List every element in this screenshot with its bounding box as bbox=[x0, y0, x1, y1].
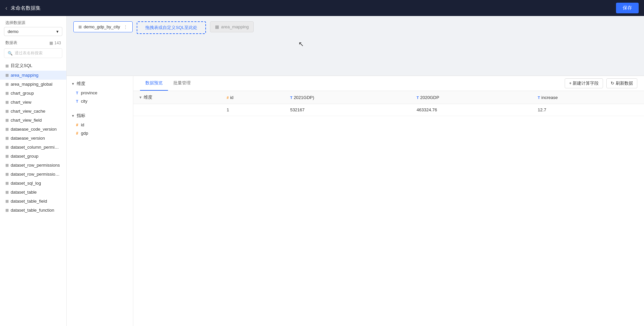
sidebar-item-chart_group[interactable]: ▦chart_group bbox=[0, 89, 66, 98]
dim-panel: ▼维度TprovinceTcity▼指标#id#gdp bbox=[67, 76, 133, 326]
tab-data-preview[interactable]: 数据预览 bbox=[140, 76, 168, 91]
drop-zone[interactable]: 拖拽表或自定义SQL至此处 bbox=[137, 21, 206, 34]
dim-field-province[interactable]: Tprovince bbox=[67, 89, 133, 97]
sidebar-item-chart_view_field[interactable]: ▦chart_view_field bbox=[0, 116, 66, 125]
new-field-label: + 新建计算字段 bbox=[569, 80, 599, 86]
col-header-id: #id bbox=[221, 91, 285, 104]
sidebar-item-label: dataset_table_function bbox=[11, 208, 54, 213]
field-name: city bbox=[81, 99, 88, 104]
sidebar-item-label: chart_view_cache bbox=[11, 109, 45, 114]
type-badge: T bbox=[76, 91, 78, 95]
table-icon: ▦ bbox=[5, 127, 9, 131]
table-node-label: demo_gdp_by_city bbox=[84, 24, 120, 29]
preview-area: 数据预览批量管理 + 新建计算字段 ↻ 刷新数据 ▼ 维度#idT2021GDP… bbox=[133, 76, 644, 326]
col-name: 2020GDP bbox=[420, 95, 439, 100]
drop-zone-label: 拖拽表或自定义SQL至此处 bbox=[145, 25, 197, 31]
table-icon: ▦ bbox=[5, 118, 9, 122]
table-icon: ▦ bbox=[5, 172, 9, 176]
tab-batch-manage[interactable]: 批量管理 bbox=[168, 76, 196, 91]
sidebar-item-dataease_version[interactable]: ▦dataease_version bbox=[0, 134, 66, 143]
table-node-area-mapping[interactable]: ▦ area_mapping bbox=[210, 21, 254, 32]
save-button[interactable]: 保存 bbox=[616, 3, 639, 13]
bottom-panel: ▼维度TprovinceTcity▼指标#id#gdp 数据预览批量管理 + 新… bbox=[67, 76, 644, 326]
type-badge: # bbox=[76, 123, 78, 127]
area-mapping-icon: ▦ bbox=[215, 24, 219, 29]
sidebar-item-label: 目定义SQL bbox=[11, 63, 32, 69]
dim-section: ▼维度TprovinceTcity bbox=[67, 76, 133, 108]
sidebar-item-dataset_table_function[interactable]: ▦dataset_table_function bbox=[0, 206, 66, 215]
sidebar-item-dataset_column_permiss[interactable]: ▦dataset_column_permiss... bbox=[0, 143, 66, 152]
col-header-dim: ▼ 维度 bbox=[133, 91, 221, 104]
dim-section-header[interactable]: ▼维度 bbox=[67, 79, 133, 89]
dim-field-city[interactable]: Tcity bbox=[67, 97, 133, 105]
sidebar-item-dataease_code_version[interactable]: ▦dataease_code_version bbox=[0, 125, 66, 134]
topbar: ‹ 未命名数据集 保存 bbox=[0, 0, 644, 16]
field-name: gdp bbox=[81, 131, 88, 136]
new-field-button[interactable]: + 新建计算字段 bbox=[565, 78, 603, 88]
sidebar-item-label: dataease_code_version bbox=[11, 127, 57, 132]
refresh-label: ↻ 刷新数据 bbox=[611, 80, 633, 86]
sidebar-item-chart_view[interactable]: ▦chart_view bbox=[0, 98, 66, 107]
table-icon: ▦ bbox=[5, 163, 9, 167]
type-badge: # bbox=[76, 131, 78, 136]
col-icon: # bbox=[227, 96, 229, 100]
table-icon: ▦ bbox=[5, 208, 9, 212]
sidebar-item-label: chart_view bbox=[11, 100, 31, 105]
table-icon: ▦ bbox=[5, 91, 9, 95]
table-icon: ▦ bbox=[5, 199, 9, 203]
type-badge: T bbox=[76, 99, 78, 103]
sidebar-item-label: chart_view_field bbox=[11, 118, 42, 123]
table-icon: ▦ bbox=[5, 109, 9, 113]
tab-actions: + 新建计算字段 ↻ 刷新数据 bbox=[565, 78, 637, 88]
metric-field-id[interactable]: #id bbox=[67, 121, 133, 129]
node-menu-icon[interactable]: ⋮ bbox=[123, 24, 128, 29]
sidebar-item-custom-sql[interactable]: ▦目定义SQL bbox=[0, 61, 66, 71]
sidebar-item-label: chart_group bbox=[11, 91, 34, 96]
table-count-number: 143 bbox=[54, 41, 61, 45]
table-icon: ▦ bbox=[5, 181, 9, 185]
table-icon: ▦ bbox=[49, 41, 53, 45]
col-icon: T bbox=[417, 96, 419, 100]
datasource-value: demo bbox=[8, 29, 19, 34]
content-area: ▦ demo_gdp_by_city ⋮ 拖拽表或自定义SQL至此处 ▦ are… bbox=[67, 16, 644, 326]
row-dim bbox=[133, 104, 221, 116]
sidebar-item-dataset_row_permission[interactable]: ▦dataset_row_permission... bbox=[0, 170, 66, 179]
canvas-area: ▦ demo_gdp_by_city ⋮ 拖拽表或自定义SQL至此处 ▦ are… bbox=[67, 16, 644, 76]
col-name: increase bbox=[541, 95, 558, 100]
metric-section-header[interactable]: ▼指标 bbox=[67, 111, 133, 121]
datasource-label: 选择数据源 bbox=[0, 16, 66, 27]
sidebar-item-label: dataset_column_permiss... bbox=[11, 145, 61, 150]
sidebar-item-area_mapping_global[interactable]: ▦area_mapping_global bbox=[0, 80, 66, 89]
table-icon: ▦ bbox=[5, 73, 9, 77]
col-icon: T bbox=[538, 96, 540, 100]
sidebar-item-label: dataset_group bbox=[11, 154, 38, 159]
row-cell-3: 12.7 bbox=[532, 104, 644, 116]
sidebar-item-chart_view_cache[interactable]: ▦chart_view_cache bbox=[0, 107, 66, 116]
sidebar-item-label: dataset_table_field bbox=[11, 199, 47, 204]
metric-field-gdp[interactable]: #gdp bbox=[67, 129, 133, 137]
sidebar-item-dataset_table[interactable]: ▦dataset_table bbox=[0, 188, 66, 197]
col-header-increase: Tincrease bbox=[532, 91, 644, 104]
col-name: 2021GDP) bbox=[294, 95, 314, 100]
back-button[interactable]: ‹ bbox=[5, 5, 7, 12]
refresh-button[interactable]: ↻ 刷新数据 bbox=[606, 78, 637, 88]
dim-arrow: ▼ bbox=[71, 82, 75, 86]
sidebar-item-dataset_sql_log[interactable]: ▦dataset_sql_log bbox=[0, 179, 66, 188]
tab-bar: 数据预览批量管理 + 新建计算字段 ↻ 刷新数据 bbox=[133, 76, 644, 91]
sidebar-item-label: area_mapping_global bbox=[11, 82, 52, 87]
metric-arrow: ▼ bbox=[71, 114, 75, 118]
search-box[interactable]: 🔍 通过表名称搜索 bbox=[4, 48, 62, 58]
table-node-gdp[interactable]: ▦ demo_gdp_by_city ⋮ bbox=[73, 21, 133, 32]
cursor: ↖ bbox=[298, 40, 304, 48]
sidebar-item-area_mapping[interactable]: ▦area_mapping bbox=[0, 71, 66, 80]
sidebar-item-dataset_table_field[interactable]: ▦dataset_table_field bbox=[0, 197, 66, 206]
col-header-2021GDP): T2021GDP) bbox=[285, 91, 411, 104]
table-icon: ▦ bbox=[5, 100, 9, 104]
data-table-wrap: ▼ 维度#idT2021GDP)T2020GDPTincrease1532167… bbox=[133, 91, 644, 326]
sidebar-item-dataset_group[interactable]: ▦dataset_group bbox=[0, 152, 66, 161]
sidebar-item-label: dataset_sql_log bbox=[11, 181, 41, 186]
table-icon: ▦ bbox=[5, 145, 9, 149]
datasource-selector[interactable]: demo ▾ bbox=[4, 27, 62, 36]
table-icon: ▦ bbox=[5, 154, 9, 158]
sidebar-item-dataset_row_permissions[interactable]: ▦dataset_row_permissions bbox=[0, 161, 66, 170]
